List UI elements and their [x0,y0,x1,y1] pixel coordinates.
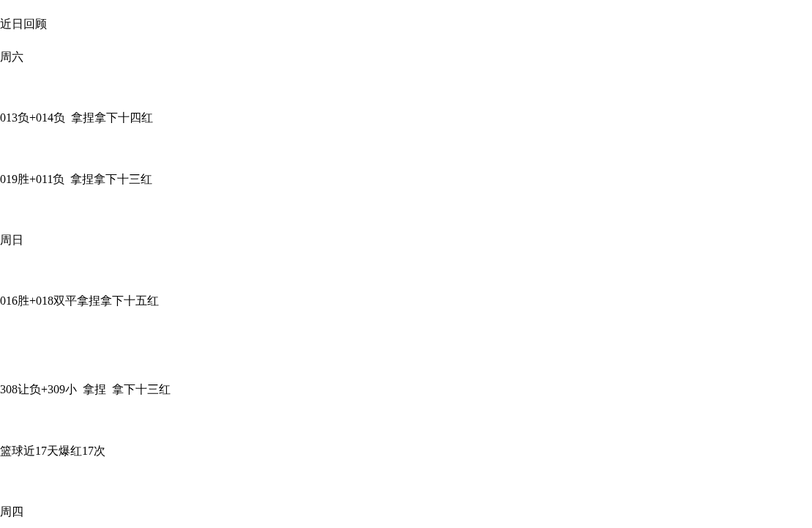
text-line: 周四 [0,504,812,520]
blank-line [0,264,812,276]
blank-line [0,475,812,487]
text-line: 篮球近17天爆红17次 [0,443,812,459]
text-line: 周六 [0,49,812,65]
text-line: 013负+014负 拿捏拿下十四红 [0,110,812,126]
blank-line [0,354,812,365]
text-line: 周日 [0,232,812,248]
text-line: 019胜+011负 拿捏拿下十三红 [0,171,812,187]
blank-line [0,414,812,426]
document-body: 近日回顾 周六 013负+014负 拿捏拿下十四红 019胜+011负 拿捏拿下… [0,0,812,528]
text-line: 308让负+309小 拿捏 拿下十三红 [0,382,812,398]
blank-line [0,143,812,155]
text-line: 016胜+018双平拿捏拿下十五红 [0,293,812,309]
text-line: 近日回顾 [0,16,812,32]
blank-line [0,204,812,215]
blank-line [0,82,812,94]
blank-line [0,326,812,338]
